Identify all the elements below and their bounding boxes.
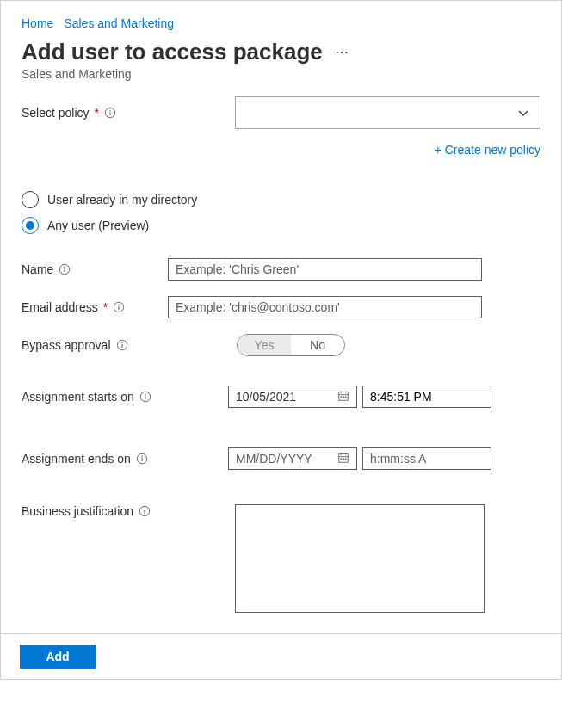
page-title: Add user to access package <box>22 39 323 65</box>
user-type-radio-group: User already in my directory Any user (P… <box>22 191 540 234</box>
info-icon[interactable] <box>139 391 151 403</box>
email-input[interactable] <box>168 296 482 318</box>
end-date-placeholder: MM/DD/YYYY <box>236 452 312 466</box>
svg-rect-20 <box>343 396 344 398</box>
business-justification-textarea[interactable] <box>235 504 485 613</box>
info-icon[interactable] <box>104 107 116 119</box>
required-asterisk: * <box>103 300 108 314</box>
start-date-value: 10/05/2021 <box>236 390 296 404</box>
svg-point-33 <box>144 509 145 509</box>
toggle-no[interactable]: No <box>291 335 344 355</box>
end-time-input[interactable] <box>362 447 491 470</box>
svg-rect-19 <box>341 396 343 398</box>
svg-point-10 <box>121 342 122 343</box>
radio-any-user[interactable]: Any user (Preview) <box>22 217 540 234</box>
name-label: Name <box>22 262 53 276</box>
page-subtitle: Sales and Marketing <box>22 67 540 81</box>
radio-label: User already in my directory <box>47 193 197 207</box>
bypass-approval-toggle[interactable]: Yes No <box>237 334 345 356</box>
toggle-yes[interactable]: Yes <box>238 335 291 355</box>
svg-rect-29 <box>341 458 343 460</box>
more-actions-button[interactable]: ⋯ <box>335 46 349 59</box>
svg-rect-11 <box>121 344 122 348</box>
business-justification-label: Business justification <box>22 504 133 518</box>
start-date-picker[interactable]: 10/05/2021 <box>228 386 357 408</box>
svg-rect-14 <box>145 396 145 399</box>
svg-point-23 <box>141 456 142 457</box>
svg-rect-21 <box>345 396 347 398</box>
svg-point-13 <box>145 394 145 395</box>
assignment-ends-label: Assignment ends on <box>22 452 131 466</box>
svg-point-4 <box>65 267 65 268</box>
svg-point-1 <box>109 110 110 111</box>
radio-icon <box>22 191 39 208</box>
svg-rect-31 <box>345 458 347 460</box>
info-icon[interactable] <box>59 263 71 275</box>
calendar-icon <box>337 390 349 404</box>
svg-rect-8 <box>119 306 120 310</box>
info-icon[interactable] <box>139 505 151 517</box>
svg-rect-24 <box>141 458 142 461</box>
footer: Add <box>1 633 561 679</box>
svg-rect-2 <box>110 112 111 115</box>
svg-rect-34 <box>144 510 145 514</box>
create-new-policy-link[interactable]: + Create new policy <box>435 143 540 157</box>
bypass-approval-label: Bypass approval <box>22 338 111 352</box>
calendar-icon <box>337 452 349 466</box>
breadcrumb: Home Sales and Marketing <box>22 16 540 30</box>
assignment-starts-label: Assignment starts on <box>22 390 134 404</box>
info-icon[interactable] <box>116 339 128 351</box>
svg-rect-30 <box>343 458 344 460</box>
info-icon[interactable] <box>113 301 125 313</box>
name-input[interactable] <box>168 258 482 281</box>
required-asterisk: * <box>95 106 99 120</box>
add-button[interactable]: Add <box>20 645 96 669</box>
end-date-picker[interactable]: MM/DD/YYYY <box>228 447 357 470</box>
svg-point-7 <box>118 305 119 305</box>
info-icon[interactable] <box>136 453 148 465</box>
chevron-down-icon <box>517 107 529 119</box>
breadcrumb-home[interactable]: Home <box>22 16 53 30</box>
email-label: Email address <box>22 300 98 314</box>
radio-user-in-directory[interactable]: User already in my directory <box>22 191 540 208</box>
select-policy-label: Select policy <box>22 106 90 120</box>
radio-label: Any user (Preview) <box>47 219 149 232</box>
start-time-input[interactable] <box>362 386 491 408</box>
svg-rect-5 <box>65 268 65 272</box>
radio-icon-checked <box>22 217 39 234</box>
breadcrumb-sales-marketing[interactable]: Sales and Marketing <box>64 16 174 30</box>
select-policy-dropdown[interactable] <box>235 96 540 129</box>
